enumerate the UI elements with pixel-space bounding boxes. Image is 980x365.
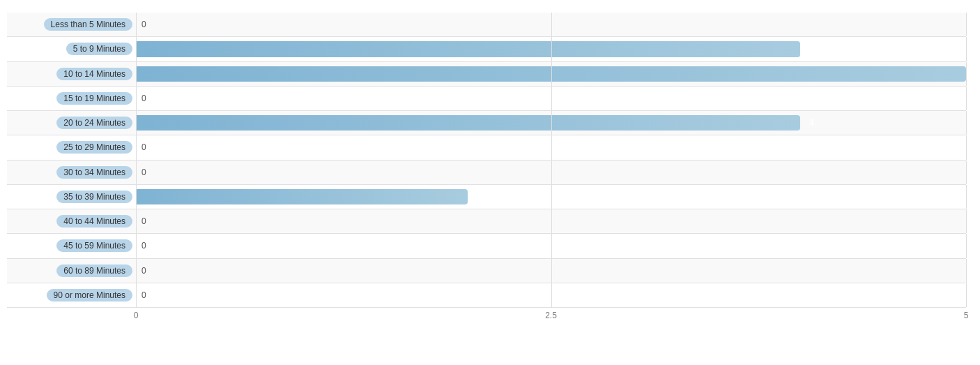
bar-track: 4 <box>136 111 966 135</box>
label-pill: 20 to 24 Minutes <box>56 117 132 129</box>
bar-label: 15 to 19 Minutes <box>7 92 136 105</box>
bar-row: 15 to 19 Minutes0 <box>7 87 966 111</box>
bar-label: 35 to 39 Minutes <box>7 191 136 203</box>
x-tick: 0 <box>134 311 139 320</box>
bar-value-zero: 0 <box>141 266 146 276</box>
bar-track: 0 <box>136 283 966 307</box>
chart-container: Less than 5 Minutes05 to 9 Minutes410 to… <box>0 0 980 365</box>
bar-row: 35 to 39 Minutes2 <box>7 185 966 209</box>
bar-fill: 4 <box>136 41 800 57</box>
label-pill: 90 or more Minutes <box>47 289 132 301</box>
bar-row: 30 to 34 Minutes0 <box>7 161 966 185</box>
label-pill: 40 to 44 Minutes <box>56 215 132 228</box>
bar-row: 25 to 29 Minutes0 <box>7 135 966 160</box>
bar-label: 10 to 14 Minutes <box>7 68 136 80</box>
bar-fill: 4 <box>136 115 800 131</box>
label-pill: 5 to 9 Minutes <box>66 43 132 55</box>
bar-track: 0 <box>136 209 966 233</box>
bar-row: 10 to 14 Minutes5 <box>7 62 966 87</box>
bar-label: 90 or more Minutes <box>7 289 136 301</box>
bar-value-zero: 0 <box>141 20 146 29</box>
bar-track: 0 <box>136 87 966 110</box>
bar-track: 0 <box>136 259 966 283</box>
bar-label: 45 to 59 Minutes <box>7 239 136 252</box>
x-tick: 5 <box>964 311 969 320</box>
label-pill: 25 to 29 Minutes <box>56 141 132 154</box>
bar-row: 20 to 24 Minutes4 <box>7 111 966 135</box>
bar-label: Less than 5 Minutes <box>7 18 136 31</box>
bar-row: 45 to 59 Minutes0 <box>7 234 966 258</box>
bar-value-zero: 0 <box>141 241 146 251</box>
bar-track: 0 <box>136 135 966 159</box>
bar-track: 5 <box>136 62 966 86</box>
bar-track: 2 <box>136 185 966 209</box>
label-pill: 60 to 89 Minutes <box>56 265 132 277</box>
bar-value-zero: 0 <box>141 216 146 226</box>
bar-track: 0 <box>136 13 966 36</box>
chart-area: Less than 5 Minutes05 to 9 Minutes410 to… <box>7 13 966 308</box>
bar-label: 20 to 24 Minutes <box>7 117 136 129</box>
bar-row: 60 to 89 Minutes0 <box>7 259 966 283</box>
label-pill: 45 to 59 Minutes <box>56 239 132 252</box>
bar-track: 0 <box>136 234 966 258</box>
bar-value-zero: 0 <box>141 142 146 152</box>
label-pill: 15 to 19 Minutes <box>56 92 132 105</box>
bar-label: 25 to 29 Minutes <box>7 141 136 154</box>
label-pill: Less than 5 Minutes <box>44 18 132 31</box>
bar-label: 5 to 9 Minutes <box>7 43 136 55</box>
bar-label: 30 to 34 Minutes <box>7 166 136 179</box>
label-pill: 30 to 34 Minutes <box>56 166 132 179</box>
bar-value: 4 <box>809 118 814 128</box>
bar-value: 5 <box>975 69 980 79</box>
bar-label: 60 to 89 Minutes <box>7 265 136 277</box>
x-axis: 02.55 <box>136 311 966 325</box>
bar-fill: 2 <box>136 189 468 204</box>
bar-value-zero: 0 <box>141 167 146 177</box>
bar-track: 0 <box>136 161 966 184</box>
label-pill: 10 to 14 Minutes <box>56 68 132 80</box>
bar-value-zero: 0 <box>141 94 146 103</box>
bar-value: 2 <box>477 192 482 202</box>
bar-value: 4 <box>809 44 814 54</box>
bar-row: 90 or more Minutes0 <box>7 283 966 308</box>
bar-track: 4 <box>136 37 966 61</box>
bar-label: 40 to 44 Minutes <box>7 215 136 228</box>
x-tick: 2.5 <box>545 311 557 320</box>
bar-value-zero: 0 <box>141 290 146 300</box>
bar-row: 5 to 9 Minutes4 <box>7 37 966 61</box>
bar-row: 40 to 44 Minutes0 <box>7 209 966 234</box>
label-pill: 35 to 39 Minutes <box>56 191 132 203</box>
bar-row: Less than 5 Minutes0 <box>7 13 966 37</box>
